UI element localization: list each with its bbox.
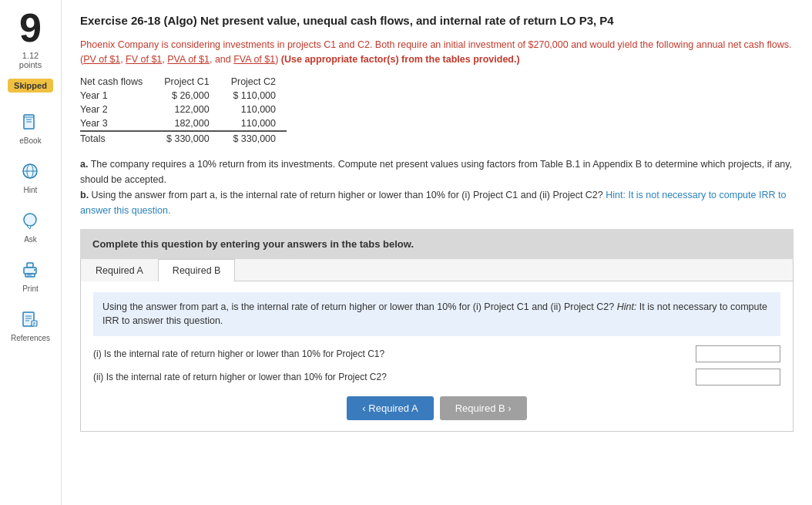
svg-point-13	[34, 269, 35, 271]
year1-label: Year 1	[80, 89, 153, 103]
year2-c2: 110,000	[220, 103, 287, 116]
instruction-a: a. The company requires a 10% return fro…	[80, 157, 794, 187]
hint-label: Hint	[24, 186, 38, 194]
fv-link[interactable]: FV of $1	[126, 54, 162, 65]
nav-buttons: ‹ Required A Required B ›	[93, 396, 780, 420]
print-icon	[18, 258, 42, 282]
instructions: a. The company requires a 10% return fro…	[80, 157, 794, 218]
complete-box: Complete this question by entering your …	[80, 229, 794, 259]
svg-rect-9	[27, 263, 33, 268]
required-b-arrow: ›	[508, 402, 511, 414]
col-header-label: Net cash flows	[80, 75, 153, 89]
fva-link[interactable]: FVA of $1	[233, 54, 275, 65]
content-description: Using the answer from part a, is the int…	[93, 292, 780, 337]
totals-row: Totals $ 330,000 $ 330,000	[80, 131, 287, 146]
col-header-c1: Project C1	[153, 75, 220, 89]
year1-c1: $ 26,000	[153, 89, 220, 103]
required-a-arrow: ‹	[362, 402, 365, 414]
year2-label: Year 2	[80, 103, 153, 116]
skipped-badge: Skipped	[8, 79, 53, 93]
sidebar: 9 1.12 points Skipped eBook	[0, 0, 62, 505]
ebook-label: eBook	[19, 136, 41, 145]
print-label: Print	[22, 284, 39, 293]
answer-input-2[interactable]	[696, 369, 780, 385]
cash-flow-table: Net cash flows Project C1 Project C2 Yea…	[80, 75, 287, 146]
required-a-label: Required A	[368, 402, 418, 414]
main-content: Exercise 26-18 (Algo) Net present value,…	[62, 0, 812, 505]
sidebar-item-ask[interactable]: Ask	[18, 208, 42, 244]
totals-c1: $ 330,000	[153, 131, 220, 146]
references-icon	[18, 307, 42, 332]
year3-label: Year 3	[80, 116, 153, 131]
pva-link[interactable]: PVA of $1	[167, 54, 210, 65]
question-row-2: (ii) Is the internal rate of return high…	[93, 369, 780, 385]
required-a-button[interactable]: ‹ Required A	[347, 396, 433, 420]
points-label: 1.12 points	[19, 51, 42, 69]
questions-area: (i) Is the internal rate of return highe…	[93, 345, 780, 385]
bold-note: (Use appropriate factor(s) from the tabl…	[281, 54, 520, 65]
tabs-header: Required A Required B	[81, 259, 793, 281]
complete-box-text: Complete this question by entering your …	[92, 238, 414, 250]
exercise-title: Exercise 26-18 (Algo) Net present value,…	[80, 12, 794, 29]
tab-required-b[interactable]: Required B	[158, 259, 236, 281]
sidebar-item-ebook[interactable]: eBook	[18, 109, 42, 145]
intro-paragraph: Phoenix Company is considering investmen…	[80, 38, 794, 67]
hint-inline: Hint:	[617, 301, 637, 312]
ask-label: Ask	[24, 235, 37, 244]
year1-c2: $ 110,000	[220, 89, 287, 103]
table-row: Year 1 $ 26,000 $ 110,000	[80, 89, 287, 103]
globe-icon	[18, 159, 42, 183]
tab-required-a[interactable]: Required A	[81, 259, 158, 281]
table-row: Year 3 182,000 110,000	[80, 116, 287, 131]
sidebar-item-references[interactable]: References	[11, 307, 50, 342]
question-number: 9	[19, 8, 42, 48]
instruction-b: b. Using the answer from part a, is the …	[80, 187, 794, 218]
tabs-container: Required A Required B Using the answer f…	[80, 259, 794, 433]
year2-c1: 122,000	[153, 103, 220, 116]
question-1-text: (i) Is the internal rate of return highe…	[93, 348, 690, 359]
tab-content-required-b: Using the answer from part a, is the int…	[81, 281, 793, 432]
col-header-c2: Project C2	[220, 75, 287, 89]
table-row: Year 2 122,000 110,000	[80, 103, 287, 116]
svg-point-7	[24, 214, 36, 226]
sidebar-item-hint[interactable]: Hint	[18, 159, 42, 194]
sidebar-navigation: eBook Hint	[11, 109, 50, 342]
book-icon	[18, 109, 42, 134]
year3-c1: 182,000	[153, 116, 220, 131]
required-b-button[interactable]: Required B ›	[440, 396, 527, 420]
pv-link[interactable]: PV of $1	[83, 54, 120, 65]
chat-icon	[18, 208, 42, 233]
hint-text: Hint: It is not necessary to compute IRR…	[80, 190, 786, 216]
answer-input-1[interactable]	[696, 345, 780, 362]
totals-c2: $ 330,000	[220, 131, 287, 146]
references-label: References	[11, 334, 50, 342]
year3-c2: 110,000	[220, 116, 287, 131]
question-2-text: (ii) Is the internal rate of return high…	[93, 372, 690, 382]
svg-rect-10	[24, 268, 36, 274]
description-text: Using the answer from part a, is the int…	[102, 301, 617, 312]
required-b-label: Required B	[455, 402, 508, 414]
sidebar-item-print[interactable]: Print	[18, 258, 42, 293]
question-row-1: (i) Is the internal rate of return highe…	[93, 345, 780, 362]
totals-label: Totals	[80, 131, 153, 146]
